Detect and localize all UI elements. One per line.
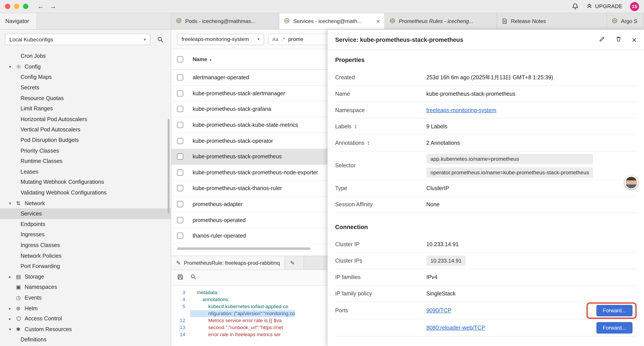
forward-button[interactable]: →	[50, 3, 56, 10]
line-number: 14	[171, 331, 190, 338]
notification-count-badge[interactable]: 15	[630, 2, 639, 11]
sidebar-item-leases[interactable]: Leases	[0, 166, 171, 177]
sidebar-item-storage[interactable]: ▸ ▤ Storage	[0, 271, 171, 282]
kubeconfig-select[interactable]: Local Kubeconfigs ▾	[5, 34, 150, 45]
sidebar-item-priority-classes[interactable]: Priority Classes	[0, 145, 171, 156]
zoom-window-button[interactable]	[23, 4, 28, 9]
navigator-sidebar: Local Kubeconfigs ▾ Cron Jobs ▾ Config C…	[0, 29, 171, 346]
tab-label: Prometheus Rules - icecheng...	[399, 18, 473, 24]
tab-release-notes[interactable]: Release Notes	[497, 13, 607, 29]
sidebar-item-ingresses[interactable]: Ingresses	[0, 230, 171, 240]
close-tab-icon[interactable]: ×	[373, 18, 380, 25]
drawer-row-type: Type ClusterIP	[335, 180, 636, 197]
row-label: Annotations	[335, 140, 364, 146]
row-label: Created	[335, 74, 426, 80]
sidebar-item-network[interactable]: ▾ ⇅ Network	[0, 198, 171, 209]
sidebar-item-config[interactable]: ▾ Config	[0, 61, 171, 72]
row-value: None	[426, 201, 440, 208]
sidebar-item-vertical-pod-autoscalers[interactable]: Vertical Pod Autoscalers	[0, 124, 171, 135]
tab-pods[interactable]: Pods - icecheng@mathmas...	[171, 13, 279, 29]
sidebar-item-config-maps[interactable]: Config Maps	[0, 72, 171, 82]
match-case-toggle[interactable]: Aa	[272, 36, 278, 42]
namespace-link[interactable]: freeleaps-monitoring-system	[426, 107, 496, 113]
sidebar-item-horizontal-pod-autoscalers[interactable]: Horizontal Pod Autoscalers	[0, 114, 171, 124]
user-avatar[interactable]	[625, 176, 638, 189]
tab-prometheus-rules[interactable]: Prometheus Rules - icecheng...	[385, 13, 497, 29]
delete-trash-icon[interactable]	[615, 35, 622, 43]
sidebar-item-mutating-webhook-configurations[interactable]: Mutating Webhook Configurations	[0, 177, 171, 187]
row-checkbox[interactable]	[177, 185, 183, 191]
search-input[interactable]	[288, 36, 319, 42]
row-checkbox[interactable]	[177, 169, 183, 176]
sidebar-item-ingress-classes[interactable]: Ingress Classes	[0, 240, 171, 251]
row-checkbox[interactable]	[177, 138, 183, 144]
row-checkbox[interactable]	[177, 106, 183, 112]
name-column-header[interactable]: Name ▴	[193, 56, 212, 62]
port-9090-link[interactable]: 9090/TCP	[426, 307, 451, 313]
sidebar-item-endpoints[interactable]: Endpoints	[0, 219, 171, 230]
sidebar-item-runtime-classes[interactable]: Runtime Classes	[0, 156, 171, 166]
row-checkbox[interactable]	[177, 90, 183, 96]
sidebar-item-label: Ingresses	[20, 232, 45, 238]
expander-icon[interactable]: ▴▾	[368, 141, 369, 145]
close-window-button[interactable]	[5, 4, 10, 9]
notifications-bell-icon[interactable]	[572, 3, 579, 10]
sidebar-item-events[interactable]: ▸ ◷ Events	[0, 292, 171, 303]
list-search-box[interactable]: Aa .*	[268, 33, 330, 45]
sidebar-item-custom-resources[interactable]: ▾ ✱ Custom Resources	[0, 324, 171, 335]
sidebar-search-icon[interactable]	[154, 34, 166, 45]
row-checkbox[interactable]	[177, 217, 183, 223]
expander-icon[interactable]: ▴▾	[355, 124, 356, 129]
sidebar-item-resource-quotas[interactable]: Resource Quotas	[0, 93, 171, 103]
drawer-row-created: Created 253d 16h 6m ago (2025年1月13日 GMT+…	[335, 69, 636, 86]
row-checkbox[interactable]	[177, 74, 183, 81]
sidebar-item-access-control[interactable]: ▸ Access Control	[0, 313, 171, 324]
chevron-right-icon: ▸	[9, 274, 16, 279]
sidebar-item-definitions[interactable]: Definitions	[0, 335, 171, 345]
sidebar-item-label: Config Maps	[20, 74, 52, 80]
sidebar-item-port-forwarding[interactable]: Port Forwarding	[0, 261, 171, 271]
dock-tab-prometheusrule[interactable]: ✎ PrometheusRule: freeleaps-prod-rabbitm…	[171, 256, 285, 270]
line-number: 4	[171, 296, 190, 303]
tab-argo[interactable]: Argo S	[607, 13, 644, 29]
sidebar-item-network-policies[interactable]: Network Policies	[0, 250, 171, 261]
close-drawer-icon[interactable]: ×	[632, 35, 636, 43]
config-gear-icon	[16, 64, 24, 69]
row-checkbox[interactable]	[177, 233, 183, 239]
sidebar-item-validating-webhook-configurations[interactable]: Validating Webhook Configurations	[0, 187, 171, 198]
upgrade-chevrons-icon	[586, 2, 593, 10]
forward-port-8080-button[interactable]: Forward...	[596, 322, 632, 333]
row-checkbox[interactable]	[177, 122, 183, 128]
row-checkbox[interactable]	[177, 201, 183, 207]
back-button[interactable]: ←	[38, 3, 44, 10]
forward-port-9090-button[interactable]: Forward...	[596, 305, 632, 316]
sidebar-item-namespaces[interactable]: ▸ ▣ Namespaces	[0, 282, 171, 292]
upgrade-button[interactable]: UPGRADE	[586, 2, 623, 10]
sidebar-item-pod-disruption-budgets[interactable]: Pod Disruption Budgets	[0, 135, 171, 145]
kubernetes-icon	[612, 18, 618, 25]
editor-search-icon[interactable]	[190, 274, 196, 282]
tab-services[interactable]: Services - icecheng@math... ×	[279, 13, 385, 29]
sidebar-scrollbar[interactable]	[168, 119, 170, 213]
row-value: 10.233.14.91	[426, 241, 459, 248]
row-label: IP families	[335, 274, 426, 280]
dock-tab-partial[interactable]: ✎	[285, 256, 304, 270]
row-value: IPv4	[426, 274, 438, 280]
sidebar-item-cron-jobs[interactable]: Cron Jobs	[0, 51, 171, 61]
namespace-select[interactable]: freeleaps-monitoring-system ▾	[177, 33, 264, 45]
select-all-checkbox[interactable]	[177, 56, 183, 62]
connection-section-header: Connection	[335, 213, 636, 236]
sidebar-item-secrets[interactable]: Secrets	[0, 82, 171, 93]
sidebar-item-limit-ranges[interactable]: Limit Ranges	[0, 103, 171, 114]
horizontal-scrollbar[interactable]	[177, 248, 310, 250]
regex-toggle[interactable]: .*	[282, 36, 285, 42]
row-checkbox[interactable]	[177, 153, 183, 160]
sidebar-item-helm[interactable]: ▸ ⊛ Helm	[0, 303, 171, 313]
sidebar-item-services[interactable]: Services	[0, 209, 171, 219]
save-icon[interactable]	[177, 274, 184, 282]
port-8080-link[interactable]: 8080:reloader-web/TCP	[426, 325, 485, 331]
properties-section-header: Properties	[335, 50, 636, 69]
chevron-down-icon: ▾	[9, 201, 16, 205]
edit-pencil-icon[interactable]	[599, 35, 606, 43]
minimize-window-button[interactable]	[14, 4, 19, 9]
